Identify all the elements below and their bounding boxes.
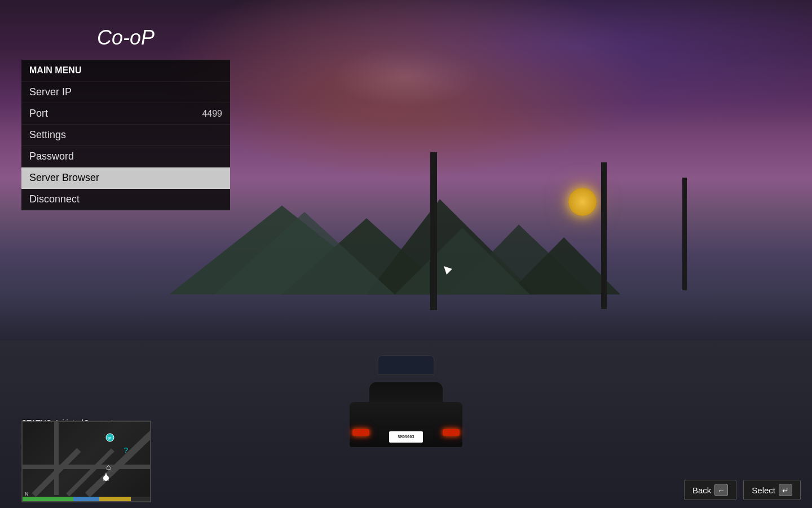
back-control[interactable]: Back ← <box>684 480 736 500</box>
minimap: ? ⌂ P N <box>21 421 151 502</box>
minimap-armor-bar <box>73 497 99 501</box>
coop-menu-panel: Co-oP MAIN MENUServer IPPort4499Settings… <box>21 16 230 210</box>
menu-item-label-disconnect: Disconnect <box>29 193 80 205</box>
menu-item-label-settings: Settings <box>29 129 66 141</box>
player-car: 5MDS003 <box>344 379 468 447</box>
menu-item-main-menu[interactable]: MAIN MENU <box>21 60 230 82</box>
menu-item-label-port: Port <box>29 108 48 120</box>
svg-text:?: ? <box>124 447 128 454</box>
back-label: Back <box>692 485 711 495</box>
car-body: 5MDS003 <box>350 402 462 447</box>
minimap-money-bar <box>99 497 131 501</box>
menu-item-value-port: 4499 <box>202 109 222 119</box>
minimap-health-bar <box>23 497 73 501</box>
menu-title: Co-oP <box>97 26 155 50</box>
car-taillight-right <box>443 429 460 436</box>
menu-item-label-server-ip: Server IP <box>29 86 72 98</box>
menu-item-label-server-browser: Server Browser <box>29 172 99 184</box>
menu-item-label-main-menu: MAIN MENU <box>29 65 81 76</box>
select-label: Select <box>752 485 775 495</box>
menu-item-port[interactable]: Port4499 <box>21 103 230 125</box>
car-taillight-left <box>352 429 369 436</box>
menu-item-label-password: Password <box>29 151 74 162</box>
minimap-map: ? ⌂ P N <box>23 422 150 497</box>
car-license-plate: 5MDS003 <box>389 431 423 443</box>
minimap-north-label: N <box>25 491 29 497</box>
menu-items-list: MAIN MENUServer IPPort4499SettingsPasswo… <box>21 60 230 210</box>
car-rear-window <box>378 355 434 375</box>
minimap-status-bars <box>23 497 150 501</box>
bottom-controls: Back ← Select ↵ <box>684 480 801 500</box>
menu-item-server-browser[interactable]: Server Browser <box>21 167 230 189</box>
select-control[interactable]: Select ↵ <box>743 480 801 500</box>
menu-item-server-ip[interactable]: Server IP <box>21 82 230 103</box>
menu-item-disconnect[interactable]: Disconnect <box>21 189 230 210</box>
back-key: ← <box>714 484 728 496</box>
select-key: ↵ <box>779 484 792 496</box>
svg-text:⌂: ⌂ <box>106 462 111 471</box>
menu-header: Co-oP <box>21 16 230 60</box>
svg-text:P: P <box>108 436 111 441</box>
menu-item-settings[interactable]: Settings <box>21 125 230 146</box>
menu-item-password[interactable]: Password <box>21 146 230 167</box>
